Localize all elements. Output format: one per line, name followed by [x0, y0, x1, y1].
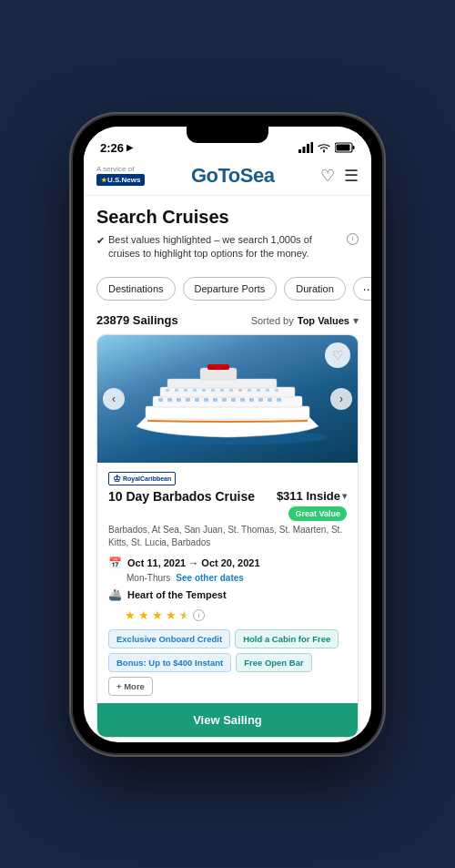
dates-row: 📅 Oct 11, 2021 → Oct 20, 2021: [108, 557, 347, 569]
promo-more[interactable]: + More: [108, 677, 153, 696]
svg-rect-34: [211, 389, 215, 392]
svg-rect-23: [231, 398, 236, 402]
filter-destinations[interactable]: Destinations: [96, 277, 176, 301]
star-4: ★: [166, 608, 177, 622]
stars-row: ★ ★ ★ ★ ★★ i: [108, 608, 347, 622]
ship-name: Heart of the Tempest: [127, 589, 227, 600]
svg-rect-18: [186, 398, 190, 402]
promo-bonus-instant[interactable]: Bonus: Up to $400 Instant: [108, 653, 231, 672]
scroll-content[interactable]: Search Cruises ✔ Best values highlighted…: [84, 196, 371, 742]
brand-area: A service of ★ U.S.News: [96, 165, 145, 186]
price-tag[interactable]: $311 Inside ▾: [277, 489, 347, 503]
star-3: ★: [152, 608, 163, 622]
svg-rect-25: [249, 398, 254, 402]
rating-info-icon[interactable]: i: [193, 609, 205, 621]
svg-rect-14: [207, 364, 229, 370]
checkmark-icon: ✔: [96, 234, 105, 248]
svg-rect-35: [220, 389, 224, 392]
svg-rect-33: [202, 389, 206, 392]
svg-rect-0: [298, 149, 301, 153]
svg-rect-21: [213, 398, 217, 402]
filter-departure-ports[interactable]: Departure Ports: [183, 277, 278, 301]
battery-icon: [335, 142, 355, 153]
cruise-name: 10 Day Barbados Cruise: [108, 489, 277, 504]
svg-rect-22: [222, 398, 227, 402]
location-icon: ▶: [126, 143, 133, 152]
royal-caribbean-logo: ♔ RoyalCaribbean: [108, 472, 176, 485]
card-favorite-button[interactable]: ♡: [325, 342, 350, 368]
phone-screen: 2:26 ▶: [84, 127, 371, 742]
svg-rect-38: [248, 389, 251, 392]
star-2: ★: [138, 608, 149, 622]
card-content: ♔ RoyalCaribbean 10 Day Barbados Cruise …: [97, 463, 358, 737]
card-nav-left[interactable]: ‹: [103, 388, 125, 410]
promo-exclusive-credit[interactable]: Exclusive Onboard Credit: [108, 629, 230, 648]
svg-rect-37: [238, 389, 242, 392]
phone-frame: 2:26 ▶: [73, 116, 382, 753]
svg-rect-31: [184, 389, 187, 392]
svg-rect-29: [166, 389, 169, 392]
gotosea-logo: GoToSea: [191, 164, 274, 188]
svg-rect-6: [353, 146, 355, 149]
svg-rect-15: [158, 398, 163, 402]
ship-icon: 🚢: [108, 588, 122, 601]
great-value-badge: Great Value: [288, 506, 347, 521]
days-text: Mon-Thurs: [126, 573, 170, 583]
svg-rect-30: [175, 389, 178, 392]
svg-rect-1: [303, 147, 306, 153]
promo-open-bar[interactable]: Free Open Bar: [236, 653, 311, 672]
star-5: ★★: [179, 608, 190, 622]
svg-rect-24: [240, 398, 245, 402]
card-image: ‹ › ♡: [97, 335, 358, 463]
filter-more[interactable]: ···: [353, 277, 371, 301]
ship-svg: [127, 363, 328, 444]
svg-rect-12: [167, 379, 277, 388]
svg-rect-28: [277, 398, 281, 402]
svg-rect-19: [195, 398, 199, 402]
usnews-badge: ★ U.S.News: [96, 174, 145, 186]
ports-list: Barbados, At Sea, San Juan, St. Thomas, …: [108, 524, 347, 549]
calendar-icon: 📅: [108, 557, 122, 569]
results-bar: 23879 Sailings Sorted by Top Values ▾: [84, 310, 371, 334]
sailings-count: 23879 Sailings: [96, 313, 178, 327]
filter-row: Destinations Departure Ports Duration ··…: [84, 268, 371, 310]
svg-rect-20: [204, 398, 208, 402]
signal-icon: [298, 142, 313, 153]
card-title-row: 10 Day Barbados Cruise $311 Inside ▾ Gre…: [108, 489, 347, 521]
wifi-icon: [318, 143, 330, 153]
svg-rect-32: [193, 389, 197, 392]
svg-rect-27: [268, 398, 272, 402]
subtitle-info-icon[interactable]: i: [347, 233, 359, 245]
dates-text: Oct 11, 2021 → Oct 20, 2021: [127, 557, 260, 568]
service-of-label: A service of: [96, 165, 145, 173]
filter-duration[interactable]: Duration: [284, 277, 346, 301]
view-sailing-button[interactable]: View Sailing: [97, 703, 358, 737]
star-1: ★: [125, 608, 136, 622]
promo-row: Exclusive Onboard Credit Hold a Cabin fo…: [108, 629, 347, 696]
ship-row: 🚢 Heart of the Tempest: [108, 588, 347, 601]
svg-rect-2: [307, 144, 309, 153]
svg-rect-40: [266, 389, 269, 392]
favorites-button[interactable]: ♡: [320, 166, 335, 186]
promo-hold-cabin[interactable]: Hold a Cabin for Free: [235, 629, 339, 648]
sort-value: Top Values: [298, 315, 349, 326]
card-nav-right[interactable]: ›: [330, 388, 352, 410]
cruise-line-area: ♔ RoyalCaribbean: [108, 472, 347, 485]
svg-rect-16: [167, 398, 172, 402]
status-icons: [298, 142, 355, 153]
svg-rect-36: [229, 389, 233, 392]
svg-rect-39: [257, 389, 260, 392]
notch: [187, 127, 268, 143]
sort-area[interactable]: Sorted by Top Values ▾: [251, 314, 359, 327]
price-chevron-icon: ▾: [342, 491, 347, 501]
svg-rect-7: [337, 145, 350, 151]
status-time: 2:26 ▶: [100, 141, 133, 155]
svg-rect-11: [160, 387, 295, 397]
svg-rect-9: [146, 406, 309, 419]
cruise-card: ‹ › ♡ ♔ RoyalCaribbean: [96, 334, 359, 738]
menu-button[interactable]: ☰: [344, 166, 359, 186]
see-other-dates[interactable]: See other dates: [176, 573, 243, 583]
svg-rect-26: [258, 398, 263, 402]
app-header: A service of ★ U.S.News GoToSea ♡ ☰: [84, 158, 371, 196]
header-icons: ♡ ☰: [320, 166, 359, 186]
